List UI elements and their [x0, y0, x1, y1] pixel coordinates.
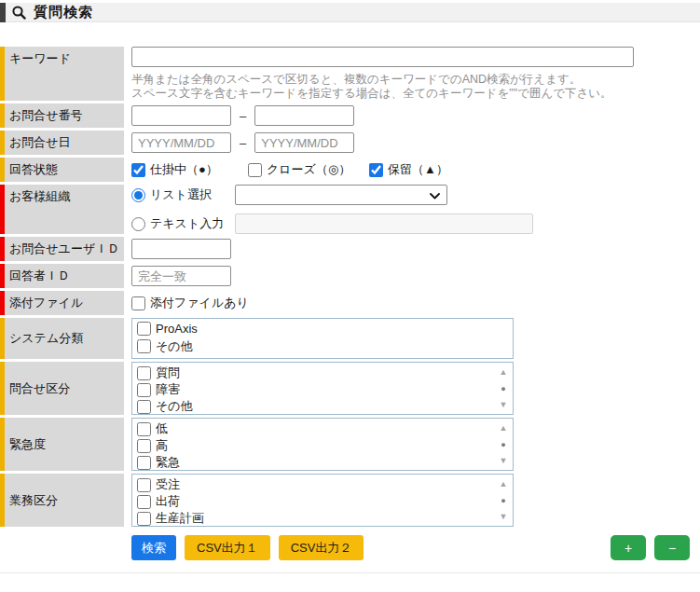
business-type-listbox: 受注 出荷 生産計画 ▲ ● ▼ — [131, 474, 514, 527]
system-category-option[interactable]: ProAxis — [137, 322, 511, 336]
scroll-down-icon[interactable]: ▼ — [500, 512, 508, 521]
production-plan-checkbox[interactable] — [137, 512, 151, 526]
low-checkbox[interactable] — [137, 422, 151, 436]
urgent-checkbox[interactable] — [137, 456, 151, 470]
inquiry-number-to-input[interactable] — [254, 105, 354, 126]
attachment-label: 添付ファイル — [0, 291, 124, 315]
inquiry-date-to-input[interactable] — [254, 132, 354, 153]
order-checkbox-label: 受注 — [156, 476, 180, 493]
attachment-option[interactable]: 添付ファイルあり — [131, 295, 249, 311]
closed-checkbox-label: クローズ（◎） — [267, 161, 350, 178]
scroll-thumb-icon[interactable]: ● — [501, 496, 505, 505]
production-plan-checkbox-label: 生産計画 — [156, 510, 204, 527]
listbox-scrollbar[interactable]: ▲ ● ▼ — [496, 420, 511, 468]
business-type-option[interactable]: 生産計画 — [137, 510, 496, 527]
action-bar: 検索 CSV出力１ CSV出力２ + − — [131, 535, 690, 560]
attachment-checkbox-label: 添付ファイルあり — [150, 295, 249, 311]
inprogress-checkbox[interactable] — [131, 163, 145, 177]
attachment-checkbox[interactable] — [131, 296, 145, 310]
scroll-up-icon[interactable]: ▲ — [500, 423, 508, 433]
urgency-listbox: 低 高 緊急 ▲ ● ▼ — [131, 418, 514, 471]
inquiry-user-id-input[interactable] — [131, 239, 231, 259]
answer-status-option-hold[interactable]: 保留（▲） — [369, 161, 448, 178]
inquiry-number-from-input[interactable] — [131, 105, 231, 126]
other-system-checkbox[interactable] — [137, 339, 151, 353]
urgency-label: 緊急度 — [0, 418, 124, 471]
customer-org-select[interactable] — [235, 185, 447, 205]
listbox-scrollbar[interactable]: ▲ ● ▼ — [496, 365, 511, 412]
row-inquiry-date: お問合せ日 – — [0, 131, 700, 155]
inquiry-type-option[interactable]: 障害 — [137, 381, 496, 398]
inquiry-date-label: お問合せ日 — [0, 131, 124, 155]
inquiry-number-label: お問合せ番号 — [0, 103, 124, 128]
high-checkbox-label: 高 — [156, 437, 168, 454]
search-button[interactable]: 検索 — [131, 535, 176, 560]
answer-status-option-closed[interactable]: クローズ（◎） — [248, 161, 369, 178]
row-customer-org: お客様組織 リスト選択 — [0, 185, 700, 234]
shipment-checkbox[interactable] — [137, 495, 151, 509]
list-select-radio-label: リスト選択 — [150, 186, 212, 203]
row-system-category: システム分類 ProAxis その他 — [0, 318, 700, 359]
csv-export-1-button[interactable]: CSV出力１ — [185, 535, 270, 560]
add-button[interactable]: + — [611, 535, 646, 560]
remove-button[interactable]: − — [654, 535, 690, 560]
range-separator: – — [240, 136, 246, 150]
customer-org-text-input[interactable] — [235, 213, 533, 234]
scroll-up-icon[interactable]: ▲ — [500, 479, 508, 489]
answerer-id-label: 回答者ＩＤ — [0, 264, 124, 288]
answer-status-label: 回答状態 — [0, 158, 124, 182]
closed-checkbox[interactable] — [248, 163, 262, 177]
inquiry-type-option[interactable]: 質問 — [137, 365, 496, 381]
scroll-down-icon[interactable]: ▼ — [500, 456, 508, 465]
bottom-divider — [0, 572, 700, 573]
urgency-option[interactable]: 高 — [137, 437, 496, 454]
customer-org-list-radio-option[interactable]: リスト選択 — [131, 186, 235, 203]
shipment-checkbox-label: 出荷 — [156, 493, 180, 510]
row-keyword: キーワード 半角または全角のスペースで区切ると、複数のキーワードでのAND検索が… — [0, 47, 700, 101]
page-header: 質問検索 — [0, 3, 700, 22]
inquiry-date-from-input[interactable] — [131, 132, 231, 153]
system-category-option[interactable]: その他 — [137, 338, 511, 355]
business-type-label: 業務区分 — [0, 474, 124, 527]
question-checkbox[interactable] — [137, 366, 151, 380]
scroll-thumb-icon[interactable]: ● — [501, 440, 505, 449]
urgency-option[interactable]: 緊急 — [137, 454, 496, 471]
urgency-option[interactable]: 低 — [137, 420, 496, 437]
keyword-help-line2: スペース文字を含むキーワードを指定する場合は、全てのキーワードを""で囲んで下さ… — [131, 87, 612, 101]
inquiry-type-option[interactable]: その他 — [137, 398, 496, 415]
row-business-type: 業務区分 受注 出荷 生産計画 — [0, 474, 700, 527]
answer-status-option-inprogress[interactable]: 仕掛中（●） — [131, 161, 248, 178]
scroll-down-icon[interactable]: ▼ — [500, 400, 508, 409]
answerer-id-input[interactable] — [131, 266, 231, 286]
listbox-scrollbar[interactable]: ▲ ● ▼ — [496, 476, 511, 524]
page-title: 質問検索 — [34, 4, 93, 21]
business-type-option[interactable]: 出荷 — [137, 493, 496, 510]
high-checkbox[interactable] — [137, 439, 151, 453]
failure-checkbox[interactable] — [137, 383, 151, 397]
keyword-input[interactable] — [131, 47, 634, 67]
search-form: キーワード 半角または全角のスペースで区切ると、複数のキーワードでのAND検索が… — [0, 47, 700, 527]
scroll-thumb-icon[interactable]: ● — [501, 384, 505, 393]
proaxis-checkbox[interactable] — [137, 322, 151, 336]
row-answerer-id: 回答者ＩＤ — [0, 264, 700, 288]
other-system-checkbox-label: その他 — [156, 338, 193, 355]
csv-export-2-button[interactable]: CSV出力２ — [279, 535, 364, 560]
customer-org-text-radio-option[interactable]: テキスト入力 — [131, 215, 235, 232]
keyword-help-line1: 半角または全角のスペースで区切ると、複数のキーワードでのAND検索が行えます。 — [131, 73, 581, 87]
search-icon — [11, 5, 27, 21]
list-select-radio[interactable] — [131, 188, 145, 202]
row-answer-status: 回答状態 仕掛中（●） クローズ（◎） 保留（▲） — [0, 158, 700, 182]
proaxis-checkbox-label: ProAxis — [156, 322, 198, 336]
inquiry-user-id-label: お問合せユーザＩＤ — [0, 237, 124, 261]
business-type-option[interactable]: 受注 — [137, 476, 496, 493]
row-inquiry-user-id: お問合せユーザＩＤ — [0, 237, 700, 261]
order-checkbox[interactable] — [137, 478, 151, 492]
text-input-radio[interactable] — [131, 217, 145, 231]
other-type-checkbox[interactable] — [137, 400, 151, 414]
scroll-up-icon[interactable]: ▲ — [500, 367, 508, 377]
hold-checkbox[interactable] — [369, 163, 383, 177]
inquiry-type-listbox: 質問 障害 その他 ▲ ● ▼ — [131, 362, 514, 415]
question-search-page: 質問検索 キーワード 半角または全角のスペースで区切ると、複数のキーワードでのA… — [0, 0, 700, 592]
range-separator: – — [240, 109, 246, 123]
system-category-listbox: ProAxis その他 — [131, 318, 514, 359]
